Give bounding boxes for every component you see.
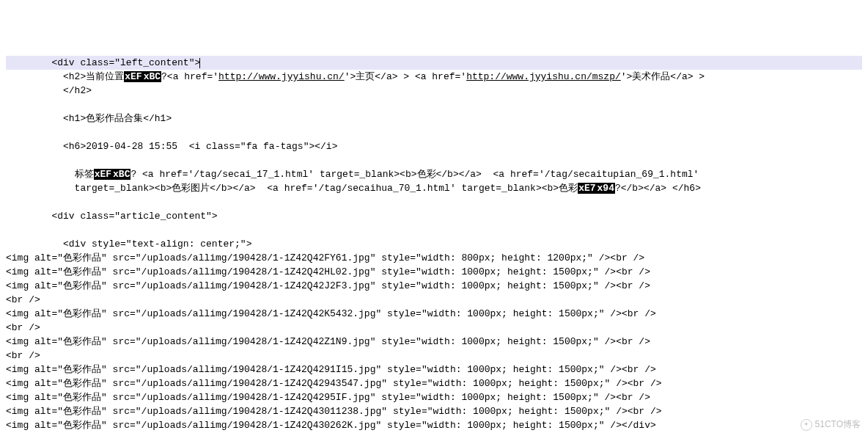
code-line: <div style="text-align: center;"> — [6, 237, 862, 251]
code-line: target=_blank><b>色彩图片</b></a> <a href='/… — [6, 181, 862, 195]
code-line: <h6>2019-04-28 15:55 <i class="fa fa-tag… — [6, 139, 862, 153]
code-line: <img alt="色彩作品" src="/uploads/allimg/190… — [6, 251, 862, 265]
hex-escape: x94 — [597, 183, 615, 194]
code-line: <img alt="色彩作品" src="/uploads/allimg/190… — [6, 335, 862, 349]
hex-escape: xEF — [124, 71, 142, 82]
code-line: </h2> — [6, 84, 862, 98]
code-line: <img alt="色彩作品" src="/uploads/allimg/190… — [6, 363, 862, 376]
code-line: <img alt="色彩作品" src="/uploads/allimg/190… — [6, 404, 862, 418]
code-line: <br /> — [6, 349, 862, 363]
url-text: http://www.jyyishu.cn/ — [218, 71, 345, 82]
code-line: <img alt="色彩作品" src="/uploads/allimg/190… — [6, 307, 862, 321]
code-line: <img alt="色彩作品" src="/uploads/allimg/190… — [6, 376, 862, 390]
code-view: <div class="left_content"> <h2>当前位置xEFxB… — [0, 56, 868, 433]
hex-escape: xE7 — [578, 183, 596, 194]
hex-escape: xEF — [94, 169, 112, 180]
text-cursor — [199, 58, 200, 68]
code-line — [6, 223, 862, 237]
watermark: ✦ 51CTO博客 — [801, 418, 861, 432]
code-line: <h2>当前位置xEFxBC?<a href='http://www.jyyis… — [6, 70, 862, 84]
code-line: <div class="article_content"> — [6, 209, 862, 223]
hex-escape: xBC — [112, 169, 130, 180]
code-line: 标签xEFxBC? <a href='/tag/secai_17_1.html'… — [6, 167, 862, 181]
code-line: <img alt="色彩作品" src="/uploads/allimg/190… — [6, 279, 862, 293]
code-line — [6, 125, 862, 139]
code-line: <br /> — [6, 321, 862, 335]
url-text: http://www.jyyishu.cn/mszp/ — [466, 71, 621, 82]
hex-escape: xBC — [143, 71, 161, 82]
watermark-icon: ✦ — [801, 419, 812, 431]
code-line: <div class="left_content"> — [6, 56, 862, 70]
code-line: <img alt="色彩作品" src="/uploads/allimg/190… — [6, 265, 862, 279]
code-line: <br /> — [6, 293, 862, 307]
code-line — [6, 98, 862, 112]
code-line — [6, 153, 862, 167]
code-line: <img alt="色彩作品" src="/uploads/allimg/190… — [6, 418, 862, 432]
watermark-text: 51CTO博客 — [815, 418, 861, 432]
code-line: <img alt="色彩作品" src="/uploads/allimg/190… — [6, 390, 862, 404]
code-line — [6, 195, 862, 209]
code-line: <h1>色彩作品合集</h1> — [6, 112, 862, 125]
